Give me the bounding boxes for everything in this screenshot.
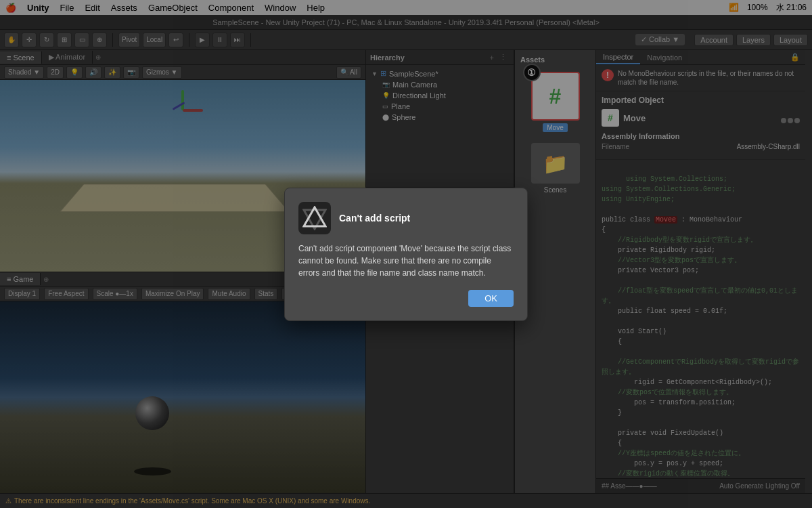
modal-dialog: Can't add script Can't add script compon… [284,188,528,321]
modal-header: Can't add script [298,202,514,234]
modal-overlay[interactable]: Can't add script Can't add script compon… [0,0,812,508]
modal-ok-button[interactable]: OK [468,290,514,307]
unity-logo-icon [298,202,331,234]
modal-body-text: Can't add script component 'Move' becaus… [298,242,514,279]
modal-title-text: Can't add script [339,213,410,224]
modal-footer: OK [298,290,514,307]
